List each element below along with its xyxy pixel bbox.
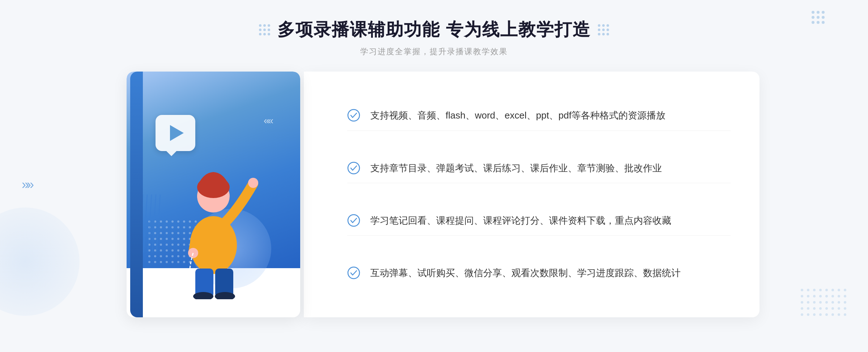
feature-item-2: 支持章节目录、弹题考试、课后练习、课后作业、章节测验、批改作业 (347, 154, 731, 184)
feature-text-1: 支持视频、音频、flash、word、excel、ppt、pdf等各种格式的资源… (370, 108, 665, 123)
page-title: 多项录播课辅助功能 专为线上教学打造 (277, 18, 590, 41)
svg-point-16 (348, 215, 359, 226)
svg-line-11 (148, 194, 152, 252)
title-deco-right (598, 24, 609, 35)
page-container: 多项录播课辅助功能 专为线上教学打造 学习进度全掌握，提升录播课教学效果 (0, 0, 868, 352)
feature-item-4: 互动弹幕、试听购买、微信分享、观看次数限制、学习进度跟踪、数据统计 (347, 258, 731, 288)
feature-text-2: 支持章节目录、弹题考试、课后练习、课后作业、章节测验、批改作业 (370, 161, 662, 176)
title-row: 多项录播课辅助功能 专为线上教学打造 (259, 18, 609, 41)
feature-item-3: 学习笔记回看、课程提问、课程评论打分、课件资料下载，重点内容收藏 (347, 206, 731, 236)
large-circle-decoration (0, 207, 80, 316)
feature-text-4: 互动弹幕、试听购买、微信分享、观看次数限制、学习进度跟踪、数据统计 (370, 266, 681, 281)
svg-point-14 (348, 110, 359, 121)
header-section: 多项录播课辅助功能 专为线上教学打造 学习进度全掌握，提升录播课教学效果 (259, 18, 609, 57)
page-subtitle: 学习进度全掌握，提升录播课教学效果 (360, 46, 508, 57)
person-illustration (156, 140, 271, 299)
content-area: « « (109, 72, 760, 332)
right-dot-grid (801, 289, 846, 316)
title-deco-left (259, 24, 270, 35)
svg-point-15 (348, 162, 359, 174)
svg-point-3 (248, 178, 258, 188)
play-icon (170, 125, 184, 141)
illus-arrows: « « (264, 115, 271, 126)
features-panel: 支持视频、音频、flash、word、excel、ppt、pdf等各种格式的资源… (304, 72, 760, 317)
blue-bar (130, 72, 143, 317)
check-icon-2 (347, 162, 360, 175)
top-right-decoration (812, 11, 825, 24)
svg-point-17 (348, 267, 359, 279)
check-icon-4 (347, 266, 360, 279)
check-icon-3 (347, 214, 360, 227)
feature-item-1: 支持视频、音频、flash、word、excel、ppt、pdf等各种格式的资源… (347, 101, 731, 131)
left-arrow-decoration: » » (22, 177, 31, 192)
svg-line-10 (144, 194, 147, 252)
check-icon-1 (347, 109, 360, 122)
feature-text-3: 学习笔记回看、课程提问、课程评论打分、课件资料下载，重点内容收藏 (370, 213, 671, 228)
illustration-panel: « « (109, 72, 318, 332)
